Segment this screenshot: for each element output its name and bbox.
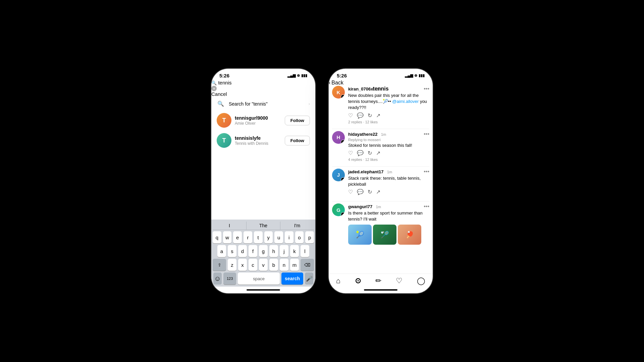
divider-1 [332, 129, 429, 129]
kb-key-t[interactable]: t [254, 231, 263, 243]
kb-key-q[interactable]: q [213, 231, 221, 243]
kb-key-shift[interactable]: ⇧ [213, 259, 226, 271]
share-button-2[interactable]: ↗ [376, 150, 380, 156]
thread-more-2[interactable]: ••• [424, 131, 429, 137]
follow-button-2[interactable]: Follow [285, 136, 310, 145]
like-button-2[interactable]: ♡ [348, 150, 353, 156]
share-button-1[interactable]: ↗ [376, 112, 380, 119]
thread-time-3: 1m [387, 170, 392, 174]
thread-avatar-col-3: J + [332, 169, 345, 196]
avatar-img-tennisgurl: T [217, 113, 231, 128]
thread-header-1: kiran_0706x 1m ••• [348, 86, 429, 92]
kb-key-e[interactable]: e [233, 231, 242, 243]
kb-key-y[interactable]: y [264, 231, 273, 243]
thread-username-3: jaded.elephant17 [348, 169, 383, 174]
kb-key-d[interactable]: d [238, 245, 247, 257]
nav-search-icon[interactable]: ⊙ [355, 277, 361, 285]
kb-key-mic[interactable]: 🎤 [305, 273, 313, 285]
kb-key-x[interactable]: x [238, 259, 247, 271]
kb-key-delete[interactable]: ⌫ [301, 259, 314, 271]
repost-button-3[interactable]: ↻ [368, 189, 372, 195]
kb-key-space[interactable]: space [238, 273, 280, 285]
follow-button-1[interactable]: Follow [285, 116, 310, 125]
kb-key-123[interactable]: 123 [223, 273, 236, 285]
avatar-kiran: K + [332, 86, 345, 99]
thread-content-3: jaded.elephant17 1m ••• Stack rank these… [348, 169, 429, 196]
kb-key-z[interactable]: z [228, 259, 236, 271]
comment-button-3[interactable]: 💬 [357, 189, 364, 195]
back-label: Back [331, 80, 343, 86]
thread-username-4: gwangurl77 [348, 204, 372, 209]
repost-button-2[interactable]: ↻ [368, 150, 372, 156]
kb-key-h[interactable]: h [269, 245, 278, 257]
kb-key-v[interactable]: v [259, 259, 268, 271]
thread-username-1: kiran_0706x [348, 86, 373, 92]
kb-sug-2[interactable]: The [247, 222, 280, 230]
home-bar-1 [247, 289, 280, 291]
wifi-icon-2: ⊛ [414, 73, 417, 78]
kb-key-w[interactable]: w [223, 231, 232, 243]
user-info-2: tennisislyfe Tennis with Dennis [235, 135, 281, 146]
comment-button-2[interactable]: 💬 [357, 150, 364, 156]
cancel-button[interactable]: Cancel [211, 91, 227, 97]
thread-stats-2: 4 replies · 12 likes [348, 158, 429, 162]
kb-key-g[interactable]: g [259, 245, 268, 257]
kb-key-emoji[interactable]: ☺ [213, 273, 222, 285]
nav-compose-icon[interactable]: ✏ [375, 277, 381, 285]
back-button[interactable]: ‹ Back [329, 80, 433, 86]
comment-button-1[interactable]: 💬 [357, 112, 364, 119]
user-row-2[interactable]: T tennisislyfe Tennis with Dennis Follow [211, 130, 315, 150]
kb-sug-3[interactable]: I'm [280, 222, 314, 230]
kb-key-f[interactable]: f [249, 245, 257, 257]
thread-actions-1: ♡ 💬 ↻ ↗ [348, 112, 429, 119]
search-query-text[interactable]: tennis [218, 80, 231, 85]
kb-key-m[interactable]: m [290, 259, 299, 271]
kb-key-i[interactable]: i [285, 231, 293, 243]
kb-key-s[interactable]: s [228, 245, 236, 257]
thread-more-3[interactable]: ••• [424, 169, 429, 175]
nav-profile-icon[interactable]: ◯ [417, 277, 425, 285]
nav-heart-icon[interactable]: ♡ [396, 277, 402, 285]
nav-title: tennis [373, 86, 388, 92]
thread-more-4[interactable]: ••• [424, 203, 429, 209]
search-result-icon: 🔍 [217, 101, 225, 107]
like-button-3[interactable]: ♡ [348, 189, 353, 195]
status-bar-2: 5:26 ▂▄▆ ⊛ ▮▮▮ [329, 69, 433, 80]
kb-key-r[interactable]: r [244, 231, 252, 243]
user-handle-2: tennisislyfe [235, 135, 281, 141]
kb-key-l[interactable]: l [301, 245, 309, 257]
thread-more-1[interactable]: ••• [424, 86, 429, 92]
user-row-1[interactable]: T tennisgurl9000 Amie Oliver Follow [211, 110, 315, 130]
img-thumb-1: 🎾 [348, 225, 372, 245]
status-icons-1: ▂▄▆ ⊛ ▮▮▮ [287, 73, 307, 78]
kb-sug-1[interactable]: I [213, 222, 247, 230]
kb-key-j[interactable]: j [280, 245, 288, 257]
kb-key-o[interactable]: o [295, 231, 304, 243]
thread-meta-3: jaded.elephant17 1m [348, 169, 392, 175]
kb-key-c[interactable]: c [249, 259, 257, 271]
kb-key-b[interactable]: b [269, 259, 278, 271]
thread-header-4: gwangurl77 1m ••• [348, 203, 429, 209]
kb-key-n[interactable]: n [280, 259, 288, 271]
kb-key-p[interactable]: p [305, 231, 314, 243]
search-for-query-row[interactable]: 🔍 Search for "tennis" › [211, 97, 315, 110]
like-button-1[interactable]: ♡ [348, 112, 353, 119]
user-info-1: tennisgurl9000 Amie Oliver [235, 115, 281, 126]
repost-button-1[interactable]: ↻ [368, 112, 372, 119]
kb-key-a[interactable]: a [217, 245, 226, 257]
img-content-1: 🎾 [348, 225, 372, 245]
thread-text-4: Is there a better sport for summer than … [348, 210, 429, 222]
thread-mention-1[interactable]: @aimi.allover [392, 99, 419, 104]
feed-scroll[interactable]: K + kiran_0706x 1m ••• New doubles pair … [329, 86, 433, 274]
img-content-3: 🏓 [398, 225, 421, 245]
kb-key-k[interactable]: k [290, 245, 299, 257]
kb-key-u[interactable]: u [274, 231, 283, 243]
signal-icon-2: ▂▄▆ [405, 73, 413, 78]
kb-key-search[interactable]: search [281, 273, 303, 285]
share-button-3[interactable]: ↗ [376, 189, 380, 195]
chevron-right-icon: › [309, 101, 310, 106]
search-clear-button[interactable]: ✕ [211, 86, 217, 91]
nav-home-icon[interactable]: ⌂ [336, 277, 340, 285]
search-input-wrap[interactable]: 🔍 tennis ✕ [211, 80, 315, 91]
like-count-1: 12 likes [365, 120, 378, 124]
